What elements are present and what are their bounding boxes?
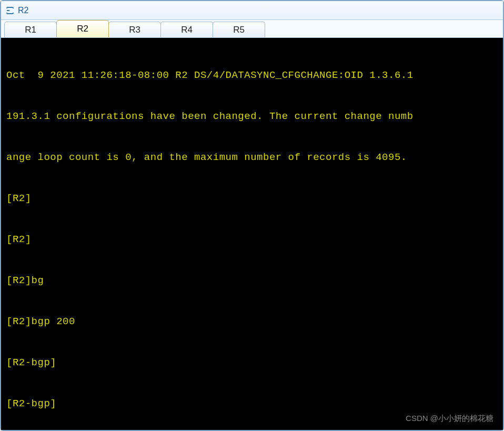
watermark: CSDN @小小妍的棉花糖: [406, 414, 493, 424]
terminal-line: [R2-bgp]: [6, 397, 498, 410]
tab-r4[interactable]: R4: [160, 22, 213, 37]
terminal-line: [R2]: [6, 233, 498, 246]
titlebar[interactable]: R2: [1, 1, 503, 20]
terminal-line: [R2-bgp]: [6, 356, 498, 369]
terminal-line: ange loop count is 0, and the maximum nu…: [6, 151, 498, 164]
terminal-line: [R2]: [6, 192, 498, 205]
tab-r3[interactable]: R3: [108, 22, 161, 37]
tab-r1[interactable]: R1: [4, 22, 57, 37]
tabbar: R1 R2 R3 R4 R5: [1, 20, 503, 38]
terminal-line: [R2]bg: [6, 274, 498, 287]
app-icon: [5, 6, 15, 15]
terminal-line: 191.3.1 configurations have been changed…: [6, 109, 498, 123]
window-title: R2: [18, 6, 28, 15]
terminal[interactable]: Oct 9 2021 11:26:18-08:00 R2 DS/4/DATASY…: [1, 38, 503, 430]
app-window: R2 R1 R2 R3 R4 R5 Oct 9 2021 11:26:18-08…: [0, 0, 504, 431]
terminal-line: [R2]bgp 200: [6, 315, 498, 328]
tab-r5[interactable]: R5: [213, 22, 265, 37]
terminal-line: Oct 9 2021 11:26:18-08:00 R2 DS/4/DATASY…: [6, 68, 498, 82]
tab-r2[interactable]: R2: [56, 20, 109, 37]
